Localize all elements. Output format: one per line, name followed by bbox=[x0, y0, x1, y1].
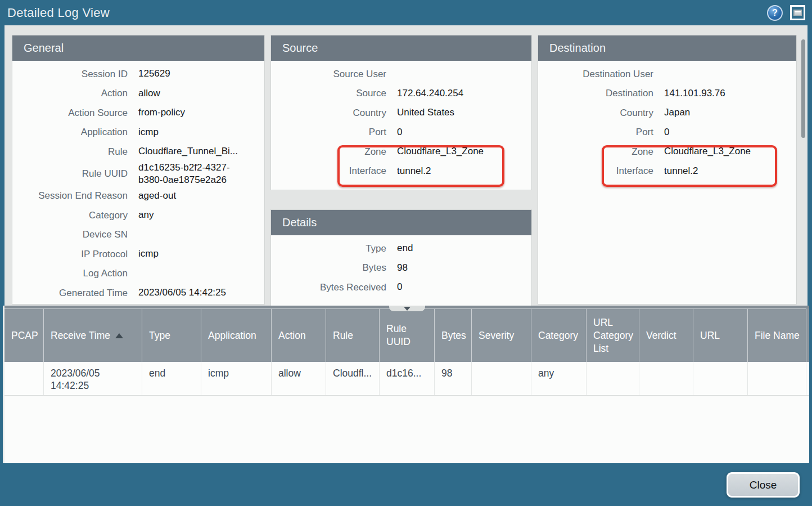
field-row: Source User bbox=[271, 64, 525, 84]
field-row: CountryJapan bbox=[538, 103, 790, 123]
field-label: Bytes Received bbox=[271, 281, 386, 293]
column-header-label: PCAP bbox=[11, 329, 38, 342]
field-label: Session End Reason bbox=[12, 190, 128, 201]
table-cell: end bbox=[142, 362, 201, 395]
field-value: Cloudflare_Tunnel_Bi... bbox=[138, 145, 258, 158]
field-value: aged-out bbox=[138, 190, 258, 202]
column-header-url-category-list[interactable]: URL Category List bbox=[587, 308, 639, 362]
field-label: Action bbox=[12, 87, 128, 99]
column-header-receive-time[interactable]: Receive Time bbox=[44, 308, 142, 362]
general-panel-body: Session ID125629ActionallowAction Source… bbox=[12, 61, 264, 304]
field-value: 125629 bbox=[138, 68, 258, 80]
table-cell: Cloudfl... bbox=[326, 362, 380, 395]
field-label: Action Source bbox=[12, 107, 128, 119]
column-header-action[interactable]: Action bbox=[272, 308, 326, 362]
column-header-rule[interactable]: Rule bbox=[326, 308, 380, 362]
field-label: Interface bbox=[538, 165, 653, 177]
table-cell bbox=[693, 362, 748, 395]
field-row: Actionallow bbox=[12, 84, 258, 104]
column-header-label: URL Category List bbox=[593, 316, 635, 355]
column-header-label: Rule UUID bbox=[386, 323, 431, 348]
field-value: 141.101.93.76 bbox=[664, 87, 790, 100]
field-row: Generated Time2023/06/05 14:42:25 bbox=[12, 283, 258, 303]
field-row: Device SN bbox=[12, 225, 258, 245]
destination-column: Destination Destination UserDestination1… bbox=[538, 35, 796, 306]
field-value: any bbox=[138, 209, 258, 221]
column-header-label: Action bbox=[278, 329, 306, 342]
field-row: Categoryany bbox=[12, 205, 258, 225]
field-value: allow bbox=[138, 87, 258, 100]
field-row: Interfacetunnel.2 bbox=[271, 162, 525, 181]
field-row: Interfacetunnel.2 bbox=[538, 162, 790, 181]
column-header-bytes[interactable]: Bytes bbox=[435, 308, 472, 362]
column-header-label: Severity bbox=[479, 329, 514, 342]
column-header-label: Type bbox=[149, 329, 170, 342]
field-row: Session End Reasonaged-out bbox=[12, 186, 258, 206]
field-label: Category bbox=[12, 209, 128, 221]
details-panel-body: TypeendBytes98Bytes Received0 bbox=[271, 235, 531, 301]
table-cell: d1c16... bbox=[380, 362, 435, 395]
help-icon[interactable]: ? bbox=[767, 5, 783, 21]
field-label: Destination bbox=[538, 87, 653, 99]
general-column: General Session ID125629ActionallowActio… bbox=[12, 35, 264, 306]
field-row: CountryUnited States bbox=[271, 103, 525, 123]
column-header-label: Category bbox=[538, 329, 578, 342]
field-label: Port bbox=[538, 126, 653, 138]
table-cell: 98 bbox=[435, 362, 472, 395]
panels-container: General Session ID125629ActionallowActio… bbox=[4, 25, 808, 306]
close-button[interactable]: Close bbox=[727, 472, 800, 498]
log-table-section: PCAPReceive TimeTypeApplicationActionRul… bbox=[3, 306, 809, 463]
column-header-label: Verdict bbox=[646, 329, 676, 342]
source-panel-title: Source bbox=[271, 35, 531, 61]
field-value: Japan bbox=[664, 106, 790, 119]
field-value: Cloudflare_L3_Zone bbox=[664, 145, 790, 158]
field-label: Zone bbox=[271, 146, 386, 158]
column-header-file-name[interactable]: File Name bbox=[748, 308, 806, 362]
field-row: Session ID125629 bbox=[12, 64, 258, 84]
field-value: 0 bbox=[664, 126, 790, 138]
window-icon[interactable] bbox=[790, 5, 805, 20]
column-header-rule-uuid[interactable]: Rule UUID bbox=[380, 308, 435, 362]
field-label: Device SN bbox=[12, 229, 128, 240]
column-header-label: File Name bbox=[755, 329, 800, 342]
log-detail-content: General Session ID125629ActionallowActio… bbox=[4, 25, 808, 306]
field-label: Session ID bbox=[12, 68, 128, 80]
column-header-label: URL bbox=[700, 329, 720, 342]
general-panel-title: General bbox=[12, 35, 264, 61]
field-value: Cloudflare_L3_Zone bbox=[397, 145, 525, 158]
field-value: 172.64.240.254 bbox=[397, 87, 525, 100]
field-label: Destination User bbox=[538, 68, 653, 80]
field-label: Interface bbox=[271, 165, 386, 177]
table-cell bbox=[4, 362, 44, 395]
vertical-scrollbar-thumb[interactable] bbox=[801, 39, 805, 138]
log-table-header-row: PCAPReceive TimeTypeApplicationActionRul… bbox=[4, 306, 809, 362]
source-panel-body: Source UserSource172.64.240.254CountryUn… bbox=[271, 61, 531, 184]
field-row: Rule UUIDd1c16235-b2f2-4327-b380-0ae1875… bbox=[12, 162, 258, 186]
column-header-pcap[interactable]: PCAP bbox=[4, 308, 44, 362]
field-label: Source bbox=[271, 87, 386, 99]
column-header-type[interactable]: Type bbox=[142, 308, 201, 362]
column-header-verdict[interactable]: Verdict bbox=[639, 308, 693, 362]
field-label: Bytes bbox=[271, 262, 386, 274]
field-label: Application bbox=[12, 126, 128, 138]
field-row: RuleCloudflare_Tunnel_Bi... bbox=[12, 142, 258, 162]
table-cell bbox=[748, 362, 806, 395]
column-header-category[interactable]: Category bbox=[531, 308, 587, 362]
general-panel: General Session ID125629ActionallowActio… bbox=[12, 35, 264, 304]
field-label: Generated Time bbox=[12, 287, 128, 299]
splitter-collapse-handle[interactable] bbox=[389, 306, 425, 311]
field-label: Country bbox=[271, 107, 386, 119]
column-header-url[interactable]: URL bbox=[693, 308, 748, 362]
field-row: Destination141.101.93.76 bbox=[538, 84, 790, 104]
column-header-severity[interactable]: Severity bbox=[472, 308, 531, 362]
field-label: Rule bbox=[12, 146, 128, 158]
column-header-application[interactable]: Application bbox=[201, 308, 272, 362]
column-header-label: Bytes bbox=[441, 329, 466, 342]
field-row: Source172.64.240.254 bbox=[271, 84, 525, 104]
field-value: 98 bbox=[397, 262, 525, 274]
field-label: IP Protocol bbox=[12, 248, 128, 260]
table-row[interactable]: 2023/06/05 14:42:25endicmpallowCloudfl..… bbox=[4, 362, 809, 396]
window-icon-inner bbox=[793, 10, 802, 16]
field-row: Log Action bbox=[12, 264, 258, 284]
field-row: Port0 bbox=[271, 123, 525, 142]
